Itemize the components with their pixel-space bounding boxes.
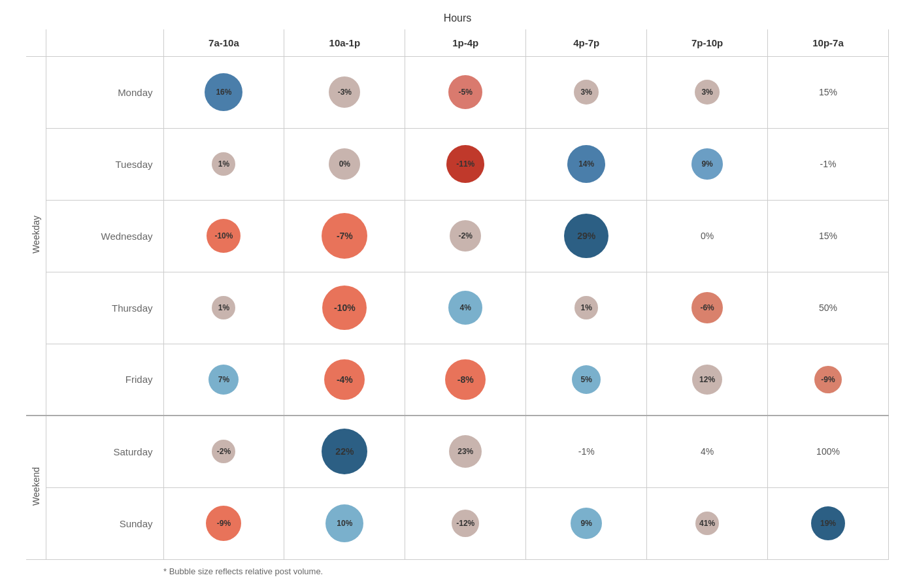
bubble: 5%	[572, 365, 601, 394]
data-cell: -2%	[405, 200, 526, 272]
day-label: Tuesday	[46, 128, 163, 200]
bubble: 14%	[567, 145, 605, 183]
value-text: 0%	[701, 231, 714, 241]
data-cell: 100%	[768, 416, 889, 487]
data-cell: -10%	[163, 200, 284, 272]
data-cell: 4%	[647, 416, 768, 487]
bubble: 1%	[212, 152, 235, 176]
data-cell: 1%	[526, 272, 647, 344]
data-cell: 41%	[647, 487, 768, 559]
bubble: -10%	[207, 219, 241, 253]
value-text: 15%	[819, 231, 837, 241]
data-cell: 9%	[647, 128, 768, 200]
data-cell: -11%	[405, 128, 526, 200]
bubble: 9%	[571, 508, 602, 539]
weekend-section-label: Weekend	[26, 416, 46, 559]
bubble: -3%	[329, 76, 360, 108]
data-cell: 23%	[405, 416, 526, 487]
data-cell: 7%	[163, 344, 284, 416]
value-text: 50%	[819, 302, 837, 313]
bubble: 7%	[208, 365, 239, 395]
data-cell: -10%	[284, 272, 405, 344]
footnote: * Bubble size reflects relative post vol…	[26, 566, 889, 576]
column-header: 4p-7p	[526, 29, 647, 57]
data-cell: -2%	[163, 416, 284, 487]
bubble: 29%	[564, 214, 608, 258]
bubble: -5%	[448, 75, 482, 109]
data-cell: 3%	[647, 56, 768, 128]
data-cell: 29%	[526, 200, 647, 272]
column-header: 7p-10p	[647, 29, 768, 57]
bubble: -11%	[446, 145, 484, 183]
data-cell: -9%	[163, 487, 284, 559]
data-cell: 1%	[163, 128, 284, 200]
bubble: -4%	[324, 359, 365, 400]
data-cell: -5%	[405, 56, 526, 128]
day-label: Monday	[46, 56, 163, 128]
bubble: 10%	[325, 504, 363, 542]
day-label: Friday	[46, 344, 163, 416]
bubble: 4%	[448, 291, 482, 325]
value-text: 15%	[819, 87, 837, 97]
data-cell: 15%	[768, 56, 889, 128]
bubble: 0%	[329, 148, 360, 180]
value-text: -1%	[578, 446, 595, 457]
column-header: 1p-4p	[405, 29, 526, 57]
bubble: -9%	[814, 366, 842, 393]
bubble: -2%	[212, 440, 235, 463]
bubble: 22%	[322, 429, 367, 474]
value-text: -1%	[820, 159, 837, 169]
data-cell: -6%	[647, 272, 768, 344]
data-cell: 19%	[768, 487, 889, 559]
data-cell: 14%	[526, 128, 647, 200]
bubble: 12%	[692, 365, 722, 395]
data-cell: -9%	[768, 344, 889, 416]
data-cell: 22%	[284, 416, 405, 487]
column-header: 10p-7a	[768, 29, 889, 57]
bubble: -10%	[322, 286, 367, 330]
weekday-section-label: Weekday	[26, 56, 46, 416]
data-cell: 0%	[284, 128, 405, 200]
data-cell: 0%	[647, 200, 768, 272]
bubble: -2%	[450, 220, 481, 252]
data-cell: -3%	[284, 56, 405, 128]
data-cell: -1%	[526, 416, 647, 487]
bubble: -8%	[445, 359, 486, 400]
data-cell: 15%	[768, 200, 889, 272]
column-header: 10a-1p	[284, 29, 405, 57]
data-cell: 10%	[284, 487, 405, 559]
data-cell: 50%	[768, 272, 889, 344]
data-cell: -4%	[284, 344, 405, 416]
data-cell: 16%	[163, 56, 284, 128]
value-text: 4%	[701, 446, 714, 457]
hours-label: Hours	[26, 12, 889, 24]
chart-grid: 7a-10a10a-1p1p-4p4p-7p7p-10p10p-7aWeekda…	[26, 29, 889, 560]
data-cell: 9%	[526, 487, 647, 559]
bubble: 19%	[811, 506, 845, 540]
data-cell: -8%	[405, 344, 526, 416]
data-cell: -1%	[768, 128, 889, 200]
chart-wrapper: Hours 7a-10a10a-1p1p-4p4p-7p7p-10p10p-7a…	[26, 12, 889, 576]
bubble: 1%	[212, 296, 235, 319]
bubble: -9%	[206, 506, 241, 541]
bubble: -6%	[691, 292, 723, 323]
day-label: Thursday	[46, 272, 163, 344]
day-label: Wednesday	[46, 200, 163, 272]
value-text: 100%	[816, 446, 840, 457]
data-cell: -7%	[284, 200, 405, 272]
day-label: Sunday	[46, 487, 163, 559]
bubble: 3%	[695, 80, 720, 105]
data-cell: 4%	[405, 272, 526, 344]
bubble: -12%	[452, 510, 479, 537]
data-cell: 12%	[647, 344, 768, 416]
bubble: 41%	[695, 512, 719, 535]
day-label: Saturday	[46, 416, 163, 487]
bubble: 9%	[691, 148, 723, 180]
data-cell: -12%	[405, 487, 526, 559]
data-cell: 5%	[526, 344, 647, 416]
data-cell: 3%	[526, 56, 647, 128]
data-cell: 1%	[163, 272, 284, 344]
bubble: 3%	[574, 80, 599, 105]
column-header: 7a-10a	[163, 29, 284, 57]
bubble: -7%	[322, 213, 367, 259]
